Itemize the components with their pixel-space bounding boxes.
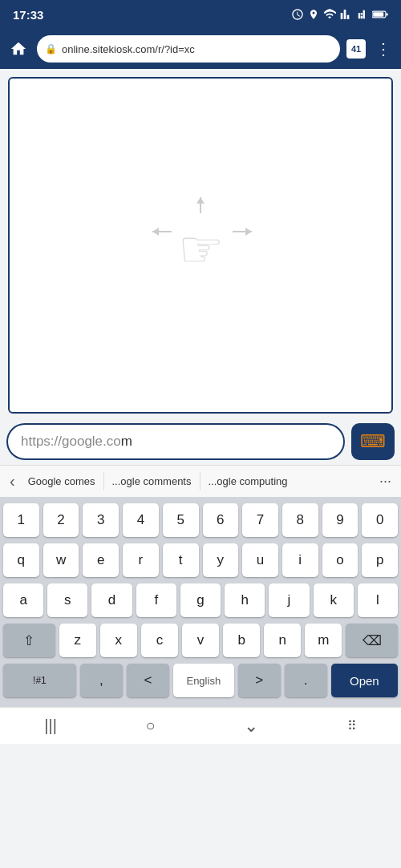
url-input-field[interactable]: https://google.com [6, 423, 345, 460]
webpage-area: ☞ [8, 77, 393, 414]
key-arrow-left[interactable]: < [127, 664, 169, 697]
keyboard-toggle-button[interactable]: ⌨ [351, 423, 395, 460]
tab-count[interactable]: 41 [346, 39, 366, 59]
key-n[interactable]: n [264, 624, 301, 657]
sim-icon [357, 9, 368, 20]
key-c[interactable]: c [141, 624, 178, 657]
key-z[interactable]: z [59, 624, 96, 657]
browser-chrome: 🔒 online.sitekiosk.com/r/?id=xc 41 ⋮ [0, 29, 401, 69]
arrow-left [152, 231, 172, 232]
nav-home-button[interactable]: ○ [132, 710, 168, 741]
key-r[interactable]: r [123, 543, 159, 577]
hand-gesture: ☞ [178, 220, 224, 279]
bottom-row: !#1 , < English > . Open [3, 664, 398, 697]
url-prefix: https://google.co [21, 434, 121, 450]
key-p[interactable]: p [362, 543, 398, 577]
key-3[interactable]: 3 [83, 503, 119, 537]
ac-suggestion-1[interactable]: Google comes [20, 472, 104, 491]
autocomplete-bar: ‹ Google comes ...ogle comments ...ogle … [0, 465, 401, 497]
key-4[interactable]: 4 [123, 503, 159, 537]
home-icon [10, 40, 27, 58]
key-0[interactable]: 0 [362, 503, 398, 537]
key-7[interactable]: 7 [242, 503, 278, 537]
key-u[interactable]: u [242, 543, 278, 577]
nav-bar: ||| ○ ⌄ ⠿ [0, 707, 401, 744]
url-typed-char: m [121, 434, 132, 450]
key-f[interactable]: f [136, 583, 176, 617]
alarm-icon [291, 8, 304, 21]
key-period[interactable]: . [285, 664, 327, 697]
key-5[interactable]: 5 [163, 503, 199, 537]
key-2[interactable]: 2 [43, 503, 79, 537]
location-icon [308, 9, 319, 20]
ac-more-button[interactable]: ··· [375, 473, 396, 490]
ac-arrow-left[interactable]: ‹ [5, 472, 20, 491]
arrow-up [200, 197, 201, 213]
arrow-right [233, 231, 252, 232]
url-input-row: https://google.com ⌨ [0, 418, 401, 465]
key-d[interactable]: d [91, 583, 132, 617]
key-q[interactable]: q [3, 543, 39, 577]
signal-icon [340, 8, 353, 21]
number-row: 1 2 3 4 5 6 7 8 9 0 [3, 503, 398, 537]
asdf-row: a s d f g h j k l [3, 583, 398, 617]
status-bar: 17:33 [0, 0, 401, 29]
key-e[interactable]: e [83, 543, 119, 577]
status-time: 17:33 [13, 8, 43, 22]
more-menu-button[interactable]: ⋮ [372, 36, 395, 62]
key-m[interactable]: m [305, 624, 342, 657]
key-shift[interactable]: ⇧ [3, 624, 55, 657]
ac-suggestion-3[interactable]: ...ogle computing [200, 472, 296, 491]
key-6[interactable]: 6 [203, 503, 239, 537]
key-1[interactable]: 1 [3, 503, 39, 537]
key-b[interactable]: b [223, 624, 260, 657]
key-s[interactable]: s [47, 583, 87, 617]
keyboard: 1 2 3 4 5 6 7 8 9 0 q w e r t y u i o p … [0, 497, 401, 707]
zxcv-row: ⇧ z x c v b n m ⌫ [3, 624, 398, 657]
key-l[interactable]: l [358, 583, 398, 617]
key-a[interactable]: a [3, 583, 43, 617]
qwerty-row: q w e r t y u i o p [3, 543, 398, 577]
ac-suggestion-2[interactable]: ...ogle comments [104, 472, 200, 491]
key-v[interactable]: v [182, 624, 219, 657]
key-8[interactable]: 8 [282, 503, 318, 537]
key-9[interactable]: 9 [322, 503, 358, 537]
key-w[interactable]: w [43, 543, 79, 577]
url-bar[interactable]: 🔒 online.sitekiosk.com/r/?id=xc [37, 35, 340, 63]
status-icons [291, 8, 388, 21]
key-y[interactable]: y [203, 543, 239, 577]
key-comma[interactable]: , [80, 664, 123, 697]
svg-rect-1 [386, 13, 387, 15]
nav-back-button[interactable]: ||| [31, 710, 70, 741]
key-i[interactable]: i [282, 543, 318, 577]
key-h[interactable]: h [225, 583, 265, 617]
key-k[interactable]: k [314, 583, 354, 617]
nav-grid-button[interactable]: ⠿ [334, 712, 370, 740]
key-o[interactable]: o [322, 543, 358, 577]
key-backspace[interactable]: ⌫ [346, 624, 398, 657]
nav-down-button[interactable]: ⌄ [231, 709, 271, 743]
svg-rect-2 [373, 12, 383, 16]
key-sym[interactable]: !#1 [3, 664, 76, 697]
key-j[interactable]: j [269, 583, 309, 617]
url-text: online.sitekiosk.com/r/?id=xc [62, 43, 195, 55]
autocomplete-suggestions: Google comes ...ogle comments ...ogle co… [20, 472, 375, 491]
key-g[interactable]: g [180, 583, 221, 617]
home-button[interactable] [6, 37, 30, 61]
lock-icon: 🔒 [45, 43, 57, 55]
gesture-icon: ☞ [160, 197, 241, 293]
keyboard-icon: ⌨ [360, 431, 386, 452]
key-open[interactable]: Open [331, 664, 398, 697]
key-t[interactable]: t [163, 543, 199, 577]
key-x[interactable]: x [100, 624, 137, 657]
key-space[interactable]: English [173, 664, 234, 697]
battery-icon [372, 9, 388, 20]
key-arrow-right[interactable]: > [238, 664, 281, 697]
wifi-icon [323, 8, 336, 21]
